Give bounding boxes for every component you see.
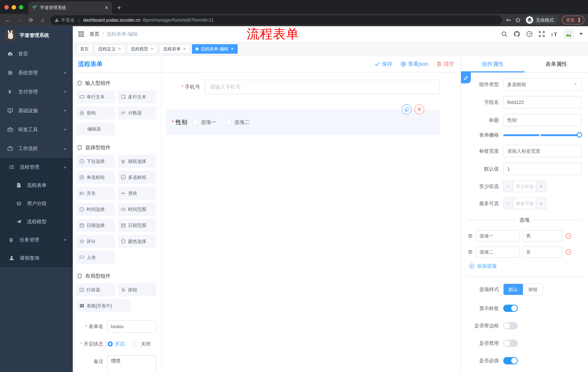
- stepper-value[interactable]: 至少应选: [514, 181, 536, 192]
- status-off-radio[interactable]: [134, 341, 139, 347]
- tab-component-props[interactable]: 组件属性: [461, 56, 525, 72]
- component-chip-checkbox-group[interactable]: 多选框组: [118, 171, 157, 184]
- component-chip-date-picker[interactable]: 日期选择: [76, 219, 115, 232]
- tag-process-definition[interactable]: 流程定义✕: [94, 44, 125, 54]
- sidebar-item-devtools[interactable]: 研发工具 ▼: [0, 120, 73, 139]
- tag-close-icon[interactable]: ✕: [183, 47, 186, 51]
- update-button[interactable]: 更新 ●●●: [562, 16, 584, 24]
- sidebar-item-system[interactable]: 系统管理 ▼: [0, 63, 73, 82]
- add-option-button[interactable]: 添加选项: [469, 263, 581, 269]
- breadcrumb-home[interactable]: 首页: [90, 31, 99, 37]
- default-value-input[interactable]: [503, 163, 581, 175]
- address-bar[interactable]: 不安全 | dashboard.yudao.iocoder.cn/bpm/man…: [50, 15, 502, 25]
- sidebar-item-task-manage[interactable]: 任务管理 ▼: [0, 231, 73, 249]
- tag-process-form-edit[interactable]: 流程表单-编辑✕: [192, 44, 237, 54]
- tab-close-icon[interactable]: ✕: [105, 5, 108, 11]
- max-select-stepper[interactable]: − 最多可选 +: [503, 198, 546, 209]
- slider-track[interactable]: [503, 134, 581, 136]
- form-name-input[interactable]: [107, 320, 156, 333]
- drag-handle-icon[interactable]: [468, 249, 473, 255]
- component-chip-radio-group[interactable]: 单选框组: [76, 171, 115, 184]
- new-tab-button[interactable]: +: [112, 4, 126, 14]
- canvas-field-phone[interactable]: 手机号 请输入手机号: [172, 80, 440, 94]
- component-chip-counter[interactable]: 123计数器: [118, 106, 157, 119]
- sidebar-item-process-model[interactable]: 流程模型: [0, 213, 73, 231]
- password-key-icon[interactable]: [505, 17, 511, 23]
- component-chip-button[interactable]: 按钮: [118, 283, 157, 296]
- gender-option2[interactable]: 选项二: [226, 119, 250, 126]
- save-button[interactable]: 保存: [375, 60, 392, 68]
- title-input[interactable]: [503, 114, 581, 126]
- component-chip-single-text[interactable]: 单行文本: [76, 90, 115, 103]
- tag-close-icon[interactable]: ✕: [150, 47, 154, 51]
- tab-form-props[interactable]: 表单属性: [525, 56, 588, 72]
- form-remark-textarea[interactable]: 嘿嘿: [107, 355, 156, 372]
- tag-process-form[interactable]: 流程表单✕: [159, 44, 190, 54]
- link-tag-button[interactable]: [461, 73, 471, 83]
- help-icon[interactable]: ?: [526, 31, 533, 37]
- component-chip-switch[interactable]: 开关: [76, 187, 115, 200]
- tag-close-icon[interactable]: ✕: [118, 47, 121, 51]
- tag-close-icon[interactable]: ✕: [231, 47, 234, 51]
- style-button-button[interactable]: 按钮: [523, 284, 543, 295]
- tag-process-model[interactable]: 流程模型✕: [127, 44, 157, 54]
- collapse-menu-icon[interactable]: [78, 31, 84, 37]
- checkbox-icon[interactable]: [226, 120, 231, 125]
- option-label-input[interactable]: 选项一: [476, 230, 520, 242]
- copy-widget-button[interactable]: [402, 105, 411, 114]
- component-chip-password[interactable]: 密码: [76, 106, 115, 119]
- avatar[interactable]: [564, 29, 573, 39]
- close-window-button[interactable]: [4, 5, 9, 10]
- font-size-icon[interactable]: TT: [551, 31, 558, 37]
- minimize-window-button[interactable]: [12, 5, 16, 10]
- avatar-caret-icon[interactable]: [579, 33, 583, 35]
- remove-option-icon[interactable]: [566, 233, 572, 239]
- delete-widget-button[interactable]: [414, 105, 424, 114]
- option-value-input[interactable]: 女: [523, 246, 563, 258]
- label-width-input[interactable]: [503, 145, 581, 157]
- sidebar-item-process-form[interactable]: 流程表单: [0, 176, 73, 194]
- github-icon[interactable]: [514, 31, 520, 37]
- view-json-button[interactable]: 查看json: [400, 60, 428, 68]
- gender-option1[interactable]: 选项一: [193, 119, 216, 126]
- sidebar-item-payment[interactable]: ¥ 支付管理 ▼: [0, 82, 73, 101]
- grid-slider[interactable]: [503, 132, 581, 138]
- style-default-button[interactable]: 默认: [504, 284, 523, 295]
- component-chip-editor[interactable]: 编辑器: [76, 122, 115, 135]
- component-chip-upload[interactable]: 上传: [76, 251, 115, 264]
- disabled-switch[interactable]: [503, 340, 518, 347]
- back-icon[interactable]: ←: [4, 17, 12, 23]
- option-label-input[interactable]: 选项二: [476, 246, 520, 258]
- stepper-value[interactable]: 最多可选: [514, 198, 536, 209]
- stepper-minus-button[interactable]: −: [504, 181, 514, 192]
- component-chip-slider[interactable]: 滑块: [118, 187, 157, 200]
- forward-icon[interactable]: →: [15, 17, 23, 23]
- tag-home[interactable]: 首页: [76, 44, 92, 54]
- sidebar-item-workflow[interactable]: 工作流程 ▲: [0, 139, 73, 158]
- drag-handle-icon[interactable]: [468, 233, 473, 239]
- with-border-switch[interactable]: [503, 322, 518, 329]
- browser-menu-icon[interactable]: ●●●: [578, 18, 580, 22]
- component-chip-time-range[interactable]: 时间范围: [118, 203, 157, 216]
- phone-input[interactable]: 请输入手机号: [204, 80, 440, 94]
- show-label-switch[interactable]: [503, 305, 518, 312]
- window-controls[interactable]: [0, 5, 28, 14]
- component-chip-date-range[interactable]: 日期范围: [118, 219, 157, 232]
- sidebar-item-user-group[interactable]: 用户分组: [0, 194, 73, 213]
- sidebar-item-leave-query[interactable]: 请假查询: [0, 249, 73, 267]
- browser-tab[interactable]: 芋道管理系统 ✕: [28, 1, 112, 14]
- stepper-minus-button[interactable]: −: [504, 198, 514, 209]
- required-switch[interactable]: [503, 357, 518, 364]
- maximize-window-button[interactable]: [19, 5, 23, 10]
- bookmark-star-icon[interactable]: [515, 17, 521, 23]
- sidebar-item-home[interactable]: 首页: [0, 44, 73, 63]
- component-chip-multi-text[interactable]: 多行文本: [118, 90, 157, 103]
- remove-option-icon[interactable]: [566, 249, 572, 255]
- component-chip-table[interactable]: 表格[开发中]: [76, 299, 131, 312]
- component-type-select[interactable]: 多选框组▼: [503, 78, 581, 91]
- status-on-label[interactable]: 开启: [115, 341, 125, 347]
- clear-button[interactable]: 清空: [436, 60, 454, 68]
- reload-icon[interactable]: ⟳: [27, 17, 35, 23]
- component-chip-cascader[interactable]: 级联选择: [118, 155, 157, 168]
- stepper-plus-button[interactable]: +: [536, 198, 546, 209]
